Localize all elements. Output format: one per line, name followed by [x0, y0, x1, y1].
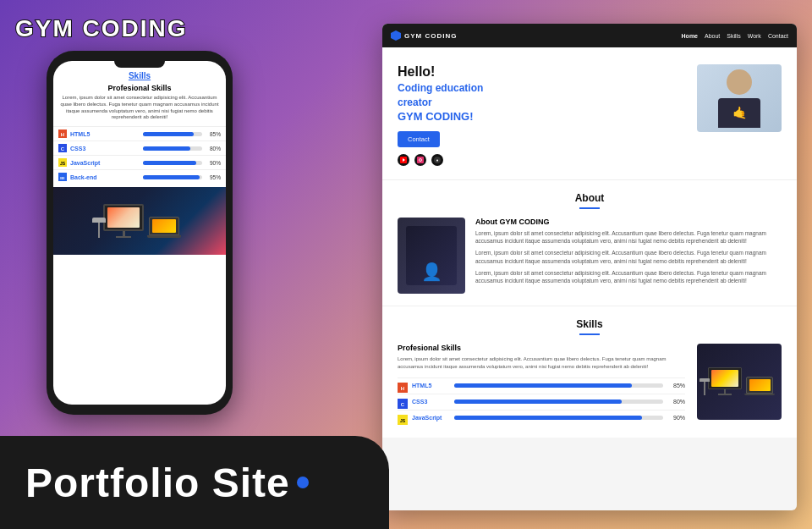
- html5-icon: H: [58, 129, 67, 138]
- nav-link-about[interactable]: About: [705, 33, 720, 39]
- phone-skill-bar-html5: [143, 132, 194, 136]
- about-title: About GYM CODING: [475, 218, 782, 226]
- skills-left: Profesional Skills Lorem, ipsum dolor si…: [398, 344, 685, 426]
- phone-skill-css3: C CSS3 80%: [53, 141, 226, 155]
- skills-prof-title: Profesional Skills: [398, 344, 685, 352]
- nav-link-work[interactable]: Work: [748, 33, 761, 39]
- phone-skill-html5: H HTML5 85%: [53, 126, 226, 141]
- phone-skill-bar-bg-css3: [143, 146, 202, 151]
- phone-frame: Skills Profesional Skills Lorem, ipsum d…: [47, 51, 233, 415]
- phone-skill-bar-js: [143, 161, 196, 165]
- phone-skill-name-js: JavaScript: [70, 160, 143, 166]
- desktop-nav-links: Home About Skills Work Contact: [682, 33, 788, 39]
- desktop-frame: GYM CODING Home About Skills Work Contac…: [382, 24, 797, 510]
- svg-text:JS: JS: [400, 418, 406, 423]
- js-icon: JS: [58, 158, 67, 167]
- skills-section-title: Skills: [398, 318, 782, 330]
- phone-skill-bar-bg-backend: [143, 175, 202, 179]
- phone-skill-js: JS JavaScript 90%: [53, 155, 226, 169]
- phone-skill-name-html5: HTML5: [70, 131, 143, 137]
- about-photo: 👤: [398, 218, 465, 294]
- gym-coding-logo: GYM CODING: [15, 15, 188, 42]
- skills-js-bar-bg: [454, 416, 663, 420]
- phone-lorem-text: Lorem, ipsum dolor sit amet consectetur …: [53, 95, 226, 121]
- desktop-skills-section: Skills Profesional Skills Lorem, ipsum d…: [382, 306, 797, 438]
- phone-notch: [114, 61, 165, 68]
- skills-row-css3: C CSS3 80%: [398, 394, 685, 410]
- phone-skill-backend: BE Back-end 95%: [53, 169, 226, 184]
- about-text: About GYM CODING Lorem, ipsum dolor sit …: [475, 218, 782, 294]
- svg-text:C: C: [401, 402, 405, 407]
- phone-skill-pct-html5: 85%: [206, 131, 221, 137]
- about-content: 👤 About GYM CODING Lorem, ipsum dolor si…: [398, 218, 782, 294]
- phone-skill-pct-backend: 95%: [206, 174, 221, 180]
- about-paragraph-3: Lorem, ipsum dolor sit amet consectetur …: [475, 269, 782, 286]
- desktop-preview: GYM CODING Home About Skills Work Contac…: [382, 24, 797, 510]
- skills-css3-bar-bg: [454, 400, 663, 404]
- phone-skill-name-css3: CSS3: [70, 146, 143, 152]
- bottom-label-bar: Portfolio Site: [0, 436, 389, 529]
- about-underline: [579, 207, 600, 209]
- backend-icon: BE: [58, 173, 67, 181]
- skills-html5-icon: H: [398, 381, 408, 391]
- desktop-brand: GYM CODING: [404, 32, 457, 40]
- desktop-navbar: GYM CODING Home About Skills Work Contac…: [382, 24, 797, 47]
- phone-skill-bar-backend: [143, 175, 200, 179]
- contact-button[interactable]: Contact: [398, 131, 440, 147]
- about-paragraph-1: Lorem, ipsum dolor sit amet consectetur …: [475, 229, 782, 246]
- hero-greeting: Hello!: [398, 64, 483, 80]
- hero-subtitle: Coding education creator: [398, 81, 483, 110]
- desktop-about-section: About 👤 About GYM CODING Lorem, ipsum do…: [382, 180, 797, 306]
- svg-text:H: H: [61, 132, 64, 137]
- github-icon[interactable]: ♦: [431, 154, 443, 166]
- skills-js-label: JavaScript: [412, 415, 454, 421]
- skills-html5-bar-bg: [454, 383, 663, 388]
- hero-photo: 🤙: [697, 64, 782, 132]
- phone-skill-pct-css3: 80%: [206, 146, 221, 152]
- nav-link-home[interactable]: Home: [682, 33, 698, 39]
- svg-rect-10: [417, 157, 424, 163]
- skills-css3-pct: 80%: [667, 399, 685, 405]
- youtube-icon[interactable]: [398, 154, 409, 166]
- skills-js-icon: JS: [398, 413, 408, 423]
- skills-description: Lorem, ipsum dolor sit amet consectetur …: [398, 355, 685, 371]
- svg-text:C: C: [61, 146, 65, 152]
- phone-skill-name-backend: Back-end: [70, 174, 143, 180]
- about-paragraph-2: Lorem, ipsum dolor sit amet consectetur …: [475, 249, 782, 266]
- svg-text:JS: JS: [60, 161, 66, 166]
- skills-underline: [579, 333, 600, 335]
- shield-icon: [391, 30, 401, 41]
- phone-skill-bar-bg-html5: [143, 132, 202, 136]
- skills-html5-bar: [454, 383, 632, 388]
- svg-text:BE: BE: [60, 176, 65, 180]
- phone-skill-pct-js: 90%: [206, 160, 221, 166]
- bottom-dot-icon: [297, 477, 309, 488]
- skills-row-js: JS JavaScript 90%: [398, 410, 685, 426]
- phone-skill-bar-bg-js: [143, 161, 202, 165]
- skills-js-pct: 90%: [667, 415, 685, 421]
- phone-desk-scene: [53, 187, 226, 255]
- about-section-title: About: [398, 192, 782, 204]
- skills-css3-label: CSS3: [412, 399, 454, 405]
- skills-row-html5: H HTML5 85%: [398, 377, 685, 394]
- skills-html5-label: HTML5: [412, 383, 454, 388]
- skills-html5-pct: 85%: [667, 383, 685, 388]
- hero-subtitle-line1: Coding education: [398, 82, 483, 94]
- skills-css3-icon: C: [398, 397, 408, 407]
- svg-text:H: H: [401, 386, 404, 391]
- desktop-nav-logo: GYM CODING: [391, 30, 457, 41]
- hero-brand: GYM CODING!: [398, 110, 483, 123]
- phone-prof-title: Profesional Skills: [53, 84, 226, 92]
- skills-css3-bar: [454, 400, 622, 404]
- portfolio-site-label: Portfolio Site: [25, 460, 290, 506]
- hero-subtitle-line2: creator: [398, 96, 432, 108]
- phone-mockup: Skills Profesional Skills Lorem, ipsum d…: [47, 51, 233, 415]
- social-icons: ♦: [398, 154, 483, 166]
- nav-link-skills[interactable]: Skills: [727, 33, 740, 39]
- skills-js-bar: [454, 416, 642, 420]
- svg-text:♦: ♦: [436, 157, 439, 163]
- nav-link-contact[interactable]: Contact: [768, 33, 788, 39]
- skills-content: Profesional Skills Lorem, ipsum dolor si…: [398, 344, 782, 426]
- desktop-hero-text: Hello! Coding education creator GYM CODI…: [398, 64, 483, 166]
- instagram-icon[interactable]: [414, 154, 426, 166]
